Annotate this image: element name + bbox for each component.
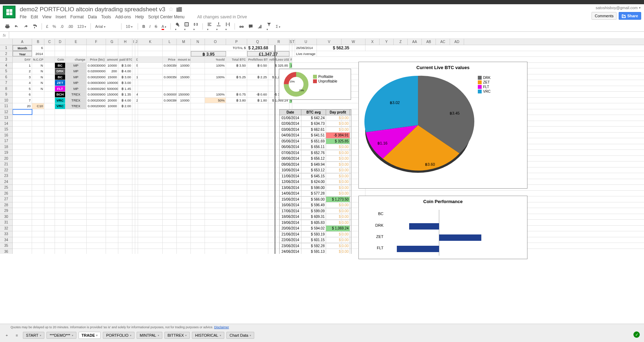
cell[interactable] <box>87 109 106 115</box>
cell[interactable] <box>13 231 32 237</box>
cell[interactable] <box>163 45 177 51</box>
cell[interactable] <box>247 173 268 179</box>
cell[interactable] <box>32 109 44 115</box>
cell[interactable]: MP <box>65 74 87 80</box>
cell[interactable]: N <box>32 86 44 92</box>
cell[interactable]: Profit/Loss % <box>289 57 292 62</box>
cell[interactable] <box>132 133 135 138</box>
table-cell[interactable]: 11/06/2014 <box>280 173 301 179</box>
cell[interactable] <box>106 185 118 190</box>
cell[interactable] <box>32 98 44 103</box>
cell[interactable]: TREX <box>65 92 87 97</box>
cell[interactable]: 200 <box>106 68 118 74</box>
cell[interactable] <box>205 161 226 167</box>
cell[interactable] <box>44 237 55 243</box>
cell[interactable] <box>87 150 106 155</box>
cell[interactable] <box>205 237 226 243</box>
cell[interactable] <box>13 202 32 208</box>
cell[interactable] <box>65 115 87 121</box>
cell[interactable] <box>118 156 132 161</box>
cell[interactable] <box>191 68 205 74</box>
cell[interactable] <box>118 161 132 167</box>
cell[interactable] <box>87 167 106 173</box>
cell[interactable]: ฿ 1.45 <box>118 86 132 92</box>
cell[interactable] <box>205 68 226 74</box>
cell[interactable] <box>132 243 135 249</box>
cell[interactable] <box>289 51 292 57</box>
cell[interactable] <box>118 226 132 231</box>
table-cell[interactable]: 07/06/2014 <box>280 150 301 156</box>
cell[interactable] <box>138 80 163 86</box>
cell[interactable] <box>132 144 135 150</box>
cell[interactable] <box>292 51 295 57</box>
cell[interactable] <box>163 127 177 132</box>
table-cell[interactable]: 14/06/2014 <box>280 191 301 196</box>
cell[interactable] <box>135 220 138 225</box>
cell[interactable] <box>191 150 205 155</box>
cell[interactable] <box>106 226 118 231</box>
cell[interactable] <box>247 115 268 121</box>
cell[interactable]: VRC <box>55 103 65 109</box>
cell[interactable] <box>163 167 177 173</box>
cell[interactable] <box>138 156 163 161</box>
table-cell[interactable]: $ 599.09 <box>301 208 326 214</box>
link-icon[interactable] <box>238 23 245 30</box>
cell[interactable] <box>205 115 226 121</box>
table-cell[interactable]: $ 0.00 <box>326 220 350 226</box>
cell[interactable]: Profit/loss BTC <box>247 57 268 62</box>
col-header[interactable]: Q <box>247 39 268 45</box>
cell[interactable]: 100000 <box>106 80 118 86</box>
cell[interactable]: 3 <box>13 74 32 80</box>
cell[interactable] <box>177 138 191 144</box>
table-cell[interactable]: $ 651.69 <box>301 139 326 144</box>
cell[interactable] <box>44 231 55 237</box>
cell[interactable] <box>177 127 191 132</box>
cell[interactable]: 4 <box>135 92 138 97</box>
cell[interactable] <box>132 98 135 103</box>
table-cell[interactable]: 20/06/2014 <box>280 226 301 231</box>
cell[interactable] <box>247 220 268 225</box>
disclaimer-link[interactable]: Disclaimer <box>214 325 229 329</box>
cell[interactable]: 2014 <box>32 51 44 57</box>
cell[interactable] <box>135 249 138 254</box>
cell[interactable] <box>106 161 118 167</box>
cell[interactable] <box>177 179 191 185</box>
cell[interactable] <box>138 57 163 62</box>
cell[interactable] <box>106 133 118 138</box>
cell[interactable]: N.C.CP <box>32 57 44 62</box>
cell[interactable]: 20 <box>13 103 32 109</box>
cell[interactable] <box>13 173 32 179</box>
menu-help[interactable]: Help <box>135 14 144 19</box>
cell[interactable]: ฿ 2.00 <box>118 103 132 109</box>
sheet-tab-chartdata[interactable]: Chart Data <box>226 332 254 339</box>
cell[interactable] <box>13 196 32 202</box>
cell[interactable] <box>135 127 138 132</box>
table-cell[interactable]: $ 0.00 <box>326 208 350 214</box>
cell[interactable]: 0.00000900 <box>87 92 106 97</box>
cell[interactable]: 10000 <box>106 63 118 68</box>
functions-icon[interactable]: Σ ▾ <box>274 23 282 30</box>
table-cell[interactable]: $ 656.12 <box>301 156 326 161</box>
row-header[interactable]: 9 <box>0 92 13 98</box>
col-header[interactable]: AC <box>436 39 450 45</box>
cell[interactable] <box>177 220 191 225</box>
sheet-tab-start[interactable]: START <box>23 332 44 339</box>
cell[interactable] <box>32 127 44 132</box>
cell[interactable] <box>226 138 247 144</box>
cell[interactable] <box>132 45 135 51</box>
table-cell[interactable]: $ 0.00 <box>326 185 350 191</box>
row-header[interactable]: 33 <box>0 231 13 237</box>
row-header[interactable]: 19 <box>0 150 13 156</box>
cell[interactable] <box>177 202 191 208</box>
cell[interactable] <box>191 115 205 121</box>
table-cell[interactable]: 23/06/2014 <box>280 243 301 249</box>
cell[interactable] <box>106 249 118 254</box>
row-header[interactable]: 32 <box>0 226 13 232</box>
table-cell[interactable]: $ 653.12 <box>301 167 326 173</box>
cell[interactable] <box>226 161 247 167</box>
cell[interactable] <box>32 156 44 161</box>
table-cell[interactable]: 13/06/2014 <box>280 185 301 191</box>
cell[interactable] <box>163 109 177 115</box>
cell[interactable] <box>44 150 55 155</box>
cell[interactable] <box>132 196 135 202</box>
